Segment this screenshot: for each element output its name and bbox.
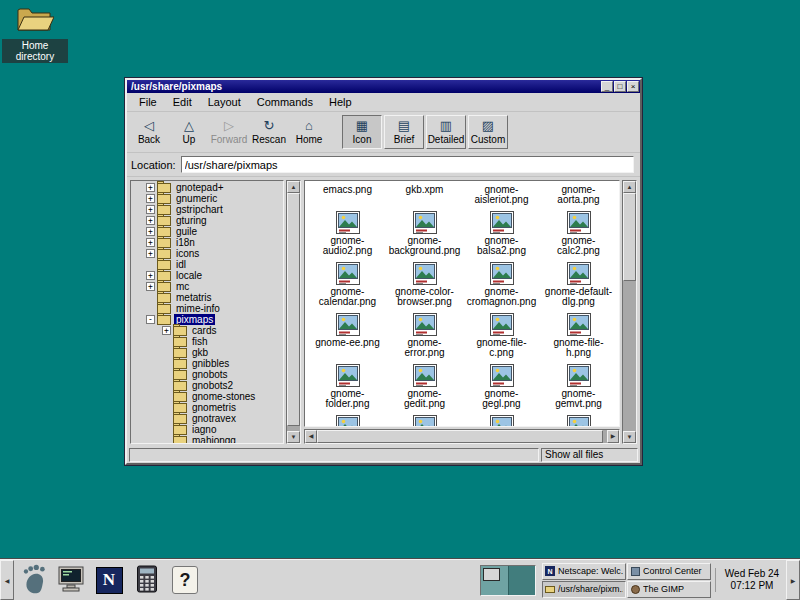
keypad-launcher[interactable] <box>128 561 166 599</box>
expand-expander-icon[interactable]: + <box>146 282 155 291</box>
menu-item-help[interactable]: Help <box>321 94 360 110</box>
hscroll-thumb[interactable] <box>317 430 603 443</box>
terminal-launcher[interactable] <box>52 561 90 599</box>
file-item[interactable]: gnome-cromagnon.png <box>466 260 538 311</box>
tree-scrollbar[interactable]: ▲ ▼ <box>286 180 301 444</box>
icon-view-button[interactable]: ▦ Icon <box>342 115 382 149</box>
forward-button[interactable]: ▷ Forward <box>209 113 249 151</box>
tree-item-i18n[interactable]: +i18n <box>133 237 283 248</box>
custom-view-button[interactable]: ▨ Custom <box>468 115 508 149</box>
tree-item-gnobots[interactable]: gnobots <box>133 369 283 380</box>
panel-hide-right-button[interactable]: ▶ <box>786 560 800 600</box>
expand-expander-icon[interactable]: + <box>146 194 155 203</box>
detailed-view-button[interactable]: ▥ Detailed <box>426 115 466 149</box>
file-item[interactable]: gnome-ee.png <box>315 311 380 362</box>
file-item[interactable] <box>335 413 361 427</box>
file-item[interactable]: gnome-calendar.png <box>312 260 384 311</box>
netscape-launcher[interactable]: N <box>90 561 128 599</box>
expand-expander-icon[interactable]: + <box>162 326 171 335</box>
file-item[interactable]: gnome-calc2.png <box>543 209 615 260</box>
expand-expander-icon[interactable]: + <box>146 216 155 225</box>
tree-item-mahjongg[interactable]: mahjongg <box>133 435 283 444</box>
scroll-up-icon[interactable]: ▲ <box>623 181 636 193</box>
main-menu-button[interactable] <box>14 561 52 599</box>
expand-expander-icon[interactable]: + <box>146 249 155 258</box>
task-button-control-center[interactable]: Control Center <box>627 563 711 580</box>
scroll-right-icon[interactable]: ▶ <box>607 430 619 443</box>
rescan-button[interactable]: ↻ Rescan <box>249 113 289 151</box>
tree-item-iagno[interactable]: iagno <box>133 424 283 435</box>
minimize-button[interactable]: _ <box>601 81 613 92</box>
tree-item-pixmaps[interactable]: -pixmaps <box>133 314 283 325</box>
tree-item-gnumeric[interactable]: +gnumeric <box>133 193 283 204</box>
file-item[interactable]: gnome-balsa2.png <box>466 209 538 260</box>
file-item[interactable]: gnome-file-c.png <box>466 311 538 362</box>
tree-item-gturing[interactable]: +gturing <box>133 215 283 226</box>
file-item[interactable]: gnome-gegl.png <box>466 362 538 413</box>
file-item[interactable] <box>566 413 592 427</box>
tree-item-icons[interactable]: +icons <box>133 248 283 259</box>
brief-view-button[interactable]: ▤ Brief <box>384 115 424 149</box>
tree-item-idl[interactable]: idl <box>133 259 283 270</box>
tree-item-cards[interactable]: +cards <box>133 325 283 336</box>
file-item[interactable]: gnome-file-h.png <box>543 311 615 362</box>
tree-item-metatris[interactable]: metatris <box>133 292 283 303</box>
menu-item-edit[interactable]: Edit <box>165 94 200 110</box>
scroll-up-icon[interactable]: ▲ <box>287 181 300 193</box>
tree-item-gnotepad+[interactable]: +gnotepad+ <box>133 182 283 193</box>
tree-scroll-trough[interactable] <box>287 193 300 431</box>
tree-item-gnotravex[interactable]: gnotravex <box>133 413 283 424</box>
tree-item-fish[interactable]: fish <box>133 336 283 347</box>
back-button[interactable]: ◁ Back <box>129 113 169 151</box>
tree-item-gstripchart[interactable]: +gstripchart <box>133 204 283 215</box>
file-item[interactable]: gnome-background.png <box>389 209 461 260</box>
task-button-netscape[interactable]: N Netscape: Welc... <box>542 563 626 580</box>
scroll-left-icon[interactable]: ◀ <box>305 430 317 443</box>
file-item[interactable]: gkb.xpm <box>406 183 444 209</box>
help-launcher[interactable]: ? <box>166 561 204 599</box>
tree-item-gnometris[interactable]: gnometris <box>133 402 283 413</box>
file-item[interactable]: gnome-gemvt.png <box>543 362 615 413</box>
tree-item-gnome-stones[interactable]: gnome-stones <box>133 391 283 402</box>
file-item[interactable] <box>412 413 438 427</box>
expand-expander-icon[interactable]: + <box>146 227 155 236</box>
file-item[interactable]: gnome-folder.png <box>312 362 384 413</box>
close-button[interactable]: × <box>627 81 639 92</box>
tree-item-locale[interactable]: +locale <box>133 270 283 281</box>
tree-item-mc[interactable]: +mc <box>133 281 283 292</box>
collapse-expander-icon[interactable]: - <box>146 315 155 324</box>
icon-view-scrollbar[interactable]: ▲ ▼ <box>622 180 637 444</box>
tree-scroll-thumb[interactable] <box>287 193 300 426</box>
up-button[interactable]: △ Up <box>169 113 209 151</box>
icon-view-hscrollbar[interactable]: ◀ ▶ <box>304 429 620 444</box>
tree-item-mime-info[interactable]: mime-info <box>133 303 283 314</box>
expand-expander-icon[interactable]: + <box>146 271 155 280</box>
scroll-down-icon[interactable]: ▼ <box>287 431 300 443</box>
location-input[interactable] <box>181 156 634 173</box>
tree-item-gnibbles[interactable]: gnibbles <box>133 358 283 369</box>
file-item[interactable] <box>489 413 515 427</box>
task-button-gimp[interactable]: The GIMP <box>627 581 711 598</box>
hscroll-trough[interactable] <box>317 430 607 443</box>
icon-scroll-thumb[interactable] <box>623 193 636 281</box>
icon-scroll-trough[interactable] <box>623 193 636 431</box>
menu-item-layout[interactable]: Layout <box>200 94 249 110</box>
file-item[interactable]: gnome-aisleriot.png <box>466 183 538 209</box>
expand-expander-icon[interactable]: + <box>146 183 155 192</box>
home-button[interactable]: ⌂ Home <box>289 113 329 151</box>
scroll-down-icon[interactable]: ▼ <box>623 431 636 443</box>
file-item[interactable]: emacs.png <box>323 183 372 209</box>
home-directory-icon[interactable]: Home directory <box>2 4 68 64</box>
expand-expander-icon[interactable]: + <box>146 238 155 247</box>
file-item[interactable]: gnome-gedit.png <box>389 362 461 413</box>
menu-item-commands[interactable]: Commands <box>249 94 321 110</box>
icon-view[interactable]: emacs.pnggkb.xpmgnome-aisleriot.pnggnome… <box>304 180 620 427</box>
maximize-button[interactable]: □ <box>614 81 626 92</box>
pager-desktop-2[interactable] <box>509 566 536 595</box>
file-item[interactable]: gnome-audio2.png <box>312 209 384 260</box>
file-item[interactable]: gnome-color-browser.png <box>389 260 461 311</box>
tree-item-gnobots2[interactable]: gnobots2 <box>133 380 283 391</box>
tree-item-gkb[interactable]: gkb <box>133 347 283 358</box>
file-item[interactable]: gnome-aorta.png <box>543 183 615 209</box>
panel-hide-left-button[interactable]: ◀ <box>0 560 14 600</box>
